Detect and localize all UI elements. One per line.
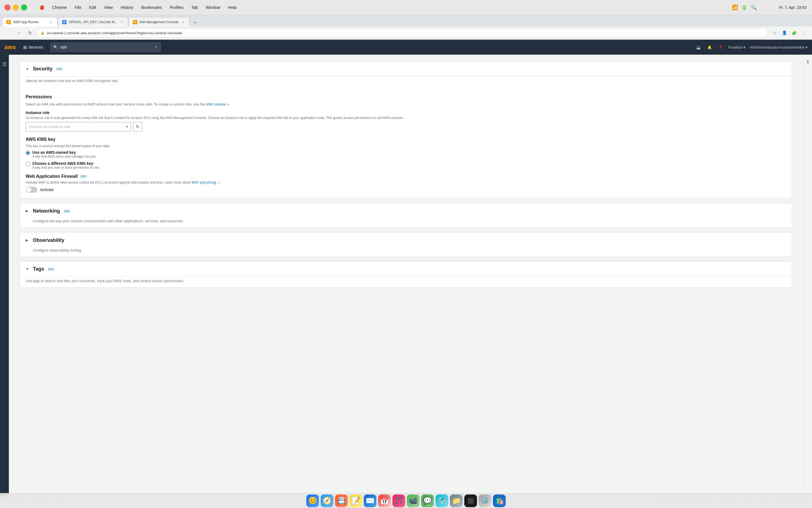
- help-panel-icon[interactable]: ℹ: [807, 59, 809, 64]
- mac-menu-chrome[interactable]: Chrome: [51, 4, 68, 10]
- mac-titlebar: 🍎 Chrome File Edit View History Bookmark…: [0, 0, 812, 15]
- reload-button[interactable]: ↻: [26, 29, 34, 37]
- sidebar-toggle-icon[interactable]: ☰: [0, 59, 9, 70]
- dock-files[interactable]: 📁: [450, 495, 462, 507]
- aws-topnav: aws ⊞ Services 🔍 ✕ 💻 🔔 ❓ Frankfurt ▾ AWS…: [0, 40, 812, 55]
- help-icon[interactable]: ❓: [717, 44, 724, 50]
- mac-minimize-button[interactable]: [13, 4, 19, 10]
- mac-menu-bookmarks[interactable]: Bookmarks: [140, 4, 163, 10]
- dock-contacts[interactable]: 📇: [335, 495, 348, 507]
- waf-pricing-link[interactable]: WAF and pricing.: [192, 180, 217, 184]
- tab-title-3: IAM Management Console: [139, 20, 179, 24]
- waf-activate-toggle[interactable]: [26, 186, 37, 193]
- browser-tab-2[interactable]: O OPENAI_API_KEY | Secrets M... ×: [58, 17, 128, 27]
- instance-role-select[interactable]: Choose an Instance role: [26, 122, 131, 131]
- kms-aws-owned-label: Use an AWS-owned key: [32, 150, 97, 155]
- dock-maps[interactable]: 🗺️: [436, 495, 448, 507]
- tags-section-header[interactable]: ▼ Tags Info: [20, 262, 792, 277]
- kms-aws-owned-radio[interactable]: [26, 151, 30, 155]
- observability-title: Observability: [33, 238, 64, 243]
- mac-maximize-button[interactable]: [21, 4, 27, 10]
- dock-settings[interactable]: ⚙️: [479, 495, 491, 507]
- observability-section-header[interactable]: ▶ Observability: [20, 232, 792, 248]
- browser-actions: ☆ 👤 🧩 ⋮: [770, 29, 809, 37]
- networking-section: ▶ Networking Info Configure the way your…: [20, 203, 792, 228]
- aws-logo-area[interactable]: aws: [4, 44, 16, 51]
- permissions-title: Permissions: [26, 94, 786, 99]
- wifi-icon: 📶: [732, 4, 738, 10]
- mac-menu-apple[interactable]: 🍎: [38, 4, 46, 10]
- networking-info-link[interactable]: Info: [64, 209, 70, 213]
- iam-console-link[interactable]: IAM console: [206, 102, 226, 106]
- waf-header: Web Application Firewall Info: [26, 174, 786, 179]
- mac-menu-history[interactable]: History: [120, 4, 135, 10]
- browser-tab-1[interactable]: A AWS App Runner ×: [2, 17, 57, 27]
- bookmark-button[interactable]: ☆: [770, 29, 779, 37]
- observability-section: ▶ Observability Configure observability …: [20, 232, 792, 257]
- instance-role-field: Choose an Instance role ▾ ↻: [26, 122, 786, 131]
- ssl-lock-icon: 🔒: [41, 31, 45, 35]
- tags-toggle-icon: ▼: [26, 267, 30, 271]
- networking-section-header[interactable]: ▶ Networking Info: [20, 203, 792, 219]
- tab-favicon-3: A: [133, 20, 137, 24]
- tags-info-link[interactable]: Info: [48, 267, 54, 271]
- search-clear-icon[interactable]: ✕: [155, 45, 158, 49]
- waf-section: Web Application Firewall Info Activate W…: [26, 174, 786, 193]
- search-mac-icon[interactable]: 🔍: [751, 4, 757, 10]
- cloudshell-icon[interactable]: 💻: [695, 44, 702, 50]
- observability-toggle-icon: ▶: [26, 238, 30, 242]
- dock-safari[interactable]: 🧭: [321, 495, 333, 507]
- mac-close-button[interactable]: [4, 4, 10, 10]
- dock-mail[interactable]: ✉️: [364, 495, 376, 507]
- notifications-icon[interactable]: 🔔: [706, 44, 713, 50]
- mac-menu-profiles[interactable]: Profiles: [168, 4, 185, 10]
- aws-search-input[interactable]: [60, 45, 153, 49]
- waf-info-link[interactable]: Info: [80, 174, 86, 178]
- address-bar[interactable]: 🔒 eu-central-1.console.aws.amazon.com/ap…: [36, 28, 768, 38]
- forward-button[interactable]: →: [14, 29, 23, 37]
- dock-terminal[interactable]: ⬛: [464, 495, 477, 507]
- dock-facetime[interactable]: 📹: [407, 495, 419, 507]
- networking-toggle-icon: ▶: [26, 209, 30, 213]
- new-tab-button[interactable]: +: [191, 19, 199, 27]
- dock-messages[interactable]: 💬: [421, 495, 434, 507]
- waf-external-link-icon: ↗: [218, 181, 220, 184]
- right-panel: ℹ: [803, 55, 812, 496]
- security-section-header[interactable]: ▼ Security Info: [20, 61, 792, 77]
- mac-menu-view[interactable]: View: [103, 4, 114, 10]
- services-label: Services: [29, 45, 43, 49]
- waf-desc: Activate WAF to define Web access contro…: [26, 180, 786, 184]
- region-selector[interactable]: Frankfurt ▾: [728, 45, 746, 49]
- mac-traffic-lights: [4, 4, 27, 10]
- tab-close-3[interactable]: ×: [181, 20, 185, 24]
- mac-menu-help[interactable]: Help: [227, 4, 238, 10]
- browser-tab-3[interactable]: A IAM Management Console ×: [129, 17, 190, 27]
- back-button[interactable]: ←: [3, 29, 12, 37]
- tab-close-2[interactable]: ×: [120, 20, 124, 24]
- aws-services-button[interactable]: ⊞ Services: [21, 43, 46, 52]
- mac-menu-tab[interactable]: Tab: [190, 4, 199, 10]
- kms-custom-radio[interactable]: [26, 162, 30, 166]
- security-info-link[interactable]: Info: [56, 67, 63, 71]
- browser-tabs: A AWS App Runner × O OPENAI_API_KEY | Se…: [0, 15, 812, 27]
- extensions-button[interactable]: 🧩: [790, 29, 799, 37]
- mac-menu-file[interactable]: File: [74, 4, 82, 10]
- region-label: Frankfurt: [728, 45, 743, 49]
- profile-button[interactable]: 👤: [780, 29, 789, 37]
- mac-menu-edit[interactable]: Edit: [88, 4, 97, 10]
- dock-calendar[interactable]: 📅: [378, 495, 391, 507]
- refresh-instance-roles-button[interactable]: ↻: [133, 122, 142, 131]
- account-selector[interactable]: AWSAdministratorAccess/kshirikin ▾: [750, 45, 808, 49]
- aws-content-wrapper: ☰ ▼ Security Info Specify an Instance ro…: [0, 55, 812, 496]
- mac-menu-window[interactable]: Window: [205, 4, 221, 10]
- dock-music[interactable]: 🎵: [393, 495, 405, 507]
- browser-menu-button[interactable]: ⋮: [800, 29, 809, 37]
- toggle-slider: [26, 186, 37, 193]
- dock-notes[interactable]: 📝: [350, 495, 362, 507]
- dock-finder[interactable]: 😊: [306, 495, 319, 507]
- tab-close-1[interactable]: ×: [49, 20, 53, 24]
- kms-aws-owned-desc: A key that AWS owns and manages for you.: [32, 155, 97, 159]
- aws-search-bar[interactable]: 🔍 ✕: [50, 43, 161, 52]
- mac-menu: 🍎 Chrome File Edit View History Bookmark…: [38, 4, 238, 10]
- dock-appstore[interactable]: 🛍️: [493, 495, 506, 507]
